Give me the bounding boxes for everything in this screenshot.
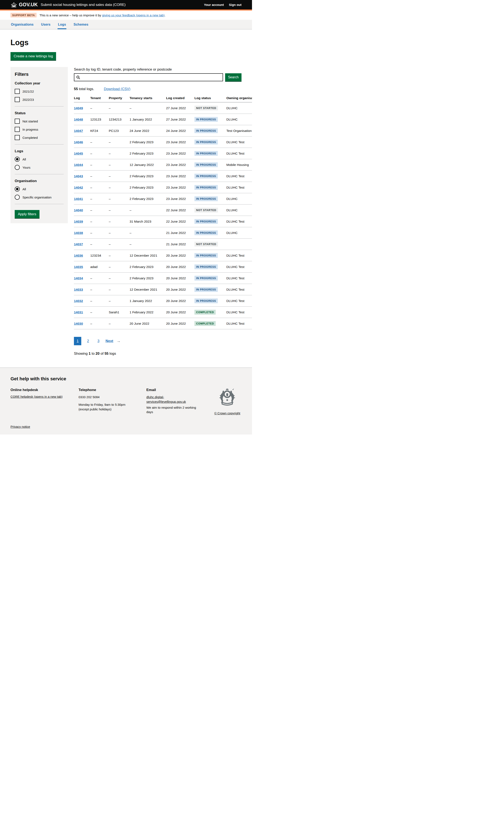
- cell-tenant: 123123: [90, 114, 109, 125]
- status-badge: In progress: [195, 151, 218, 156]
- cell-log: 14031: [74, 307, 90, 318]
- footer-telephone-heading: Telephone: [79, 388, 141, 392]
- log-id-link[interactable]: 14041: [74, 197, 83, 201]
- log-id-link[interactable]: 14042: [74, 186, 83, 189]
- checkbox-2021-22[interactable]: [15, 89, 20, 94]
- log-id-link[interactable]: 14036: [74, 254, 83, 257]
- status-badge: In progress: [195, 185, 218, 190]
- status-badge: In progress: [195, 140, 218, 144]
- cell-tenancy-starts: 2 February 2023: [129, 137, 166, 148]
- log-id-link[interactable]: 14049: [74, 106, 83, 110]
- feedback-link[interactable]: giving us your feedback (opens in a new …: [102, 14, 165, 17]
- log-id-link[interactable]: 14031: [74, 310, 83, 314]
- cell-property: –: [109, 193, 129, 205]
- radio-organisation-specific[interactable]: [15, 195, 20, 200]
- log-id-link[interactable]: 14048: [74, 118, 83, 121]
- radio-logs-yours[interactable]: [15, 165, 20, 170]
- cell-property: –: [109, 272, 129, 284]
- cell-log-created: 23 June 2022: [166, 193, 195, 205]
- cell-log-status: Not started: [195, 239, 226, 250]
- log-id-link[interactable]: 14035: [74, 265, 83, 269]
- cell-log-status: Not started: [195, 205, 226, 216]
- cell-tenancy-starts: 24 June 2022: [129, 125, 166, 137]
- nav-tab-users[interactable]: Users: [41, 20, 51, 29]
- cell-log-status: In progress: [195, 250, 226, 261]
- log-id-link[interactable]: 14044: [74, 163, 83, 166]
- primary-navigation: Organisations Users Logs Schemes: [0, 20, 252, 29]
- status-badge: In progress: [195, 287, 218, 292]
- log-id-link[interactable]: 14045: [74, 151, 83, 155]
- log-id-link[interactable]: 14040: [74, 208, 83, 212]
- cell-log-status: In progress: [195, 227, 226, 239]
- radio-logs-all[interactable]: [15, 157, 20, 162]
- log-id-link[interactable]: 14034: [74, 277, 83, 280]
- table-row: 14039––31 March 202322 June 2022In progr…: [74, 216, 252, 227]
- search-button[interactable]: Search: [225, 73, 242, 81]
- filter-option: Yours: [15, 165, 64, 170]
- checkbox-completed[interactable]: [15, 135, 20, 140]
- cell-tenancy-starts: 1 January 2022: [129, 114, 166, 125]
- pagination-page-1[interactable]: 1: [74, 337, 81, 345]
- log-id-link[interactable]: 14047: [74, 129, 83, 133]
- log-id-link[interactable]: 14046: [74, 140, 83, 144]
- pagination-next[interactable]: Next: [105, 337, 114, 345]
- cell-log-status: In progress: [195, 284, 226, 295]
- core-helpdesk-link[interactable]: CORE helpdesk (opens in a new tab): [11, 395, 63, 399]
- nav-tab-schemes[interactable]: Schemes: [73, 20, 88, 29]
- log-id-link[interactable]: 14038: [74, 231, 83, 235]
- cell-log-created: 23 June 2022: [166, 148, 195, 159]
- cell-log: 14041: [74, 193, 90, 205]
- pagination-page-3[interactable]: 3: [95, 337, 102, 345]
- log-id-link[interactable]: 14039: [74, 220, 83, 223]
- col-header-property: Property: [109, 94, 129, 102]
- nav-tab-organisations[interactable]: Organisations: [11, 20, 34, 29]
- cell-property: –: [109, 148, 129, 159]
- status-badge: Not started: [195, 106, 218, 110]
- privacy-notice-link[interactable]: Privacy notice: [11, 425, 30, 428]
- checkbox-2022-23[interactable]: [15, 97, 20, 102]
- log-id-link[interactable]: 14032: [74, 299, 83, 303]
- checkbox-not-started[interactable]: [15, 119, 20, 124]
- cell-tenant: –: [90, 148, 109, 159]
- col-header-tenancy-starts: Tenancy starts: [129, 94, 166, 102]
- cell-tenancy-starts: –: [129, 227, 166, 239]
- cell-log-created: 24 June 2022: [166, 125, 195, 137]
- govuk-logo-link[interactable]: GOV.UK: [11, 2, 38, 7]
- nav-tab-logs[interactable]: Logs: [58, 20, 66, 29]
- checkbox-in-progress[interactable]: [15, 127, 20, 132]
- email-link[interactable]: dluhc.digital-services@levellingup.gov.u…: [146, 395, 186, 403]
- create-lettings-log-button[interactable]: Create a new lettings log: [11, 52, 56, 60]
- cell-log: 14030: [74, 318, 90, 329]
- search-input[interactable]: [82, 74, 222, 81]
- log-id-link[interactable]: 14030: [74, 322, 83, 325]
- logs-results-section: Search by log ID, tenant code, property …: [74, 67, 242, 368]
- table-row: 14041––2 February 202323 June 2022In pro…: [74, 193, 252, 205]
- pagination-page-2[interactable]: 2: [84, 337, 92, 345]
- cell-log-created: 23 June 2022: [166, 159, 195, 170]
- cell-log: 14049: [74, 102, 90, 114]
- cell-property: –: [109, 205, 129, 216]
- apply-filters-button[interactable]: Apply filters: [15, 210, 39, 218]
- cell-tenant: –: [90, 307, 109, 318]
- cell-log: 14036: [74, 250, 90, 261]
- crown-copyright-link[interactable]: © Crown copyright: [214, 411, 240, 415]
- cell-tenant: –: [90, 170, 109, 182]
- log-id-link[interactable]: 14043: [74, 174, 83, 178]
- download-csv-link[interactable]: Download (CSV): [104, 87, 130, 91]
- page-title: Logs: [11, 38, 242, 47]
- cell-log-created: 27 June 2022: [166, 114, 195, 125]
- phase-banner-suffix: .: [164, 14, 165, 17]
- sign-out-link[interactable]: Sign out: [229, 3, 242, 6]
- radio-organisation-all[interactable]: [15, 186, 20, 191]
- service-name-link[interactable]: Submit social housing lettings and sales…: [41, 3, 126, 7]
- telephone-hours: Monday to Friday, 9am to 5:30pm(except p…: [79, 402, 141, 412]
- log-id-link[interactable]: 14033: [74, 288, 83, 291]
- your-account-link[interactable]: Your account: [204, 3, 224, 6]
- cell-tenant: –: [90, 318, 109, 329]
- cell-tenancy-starts: –: [129, 205, 166, 216]
- footer-email-heading: Email: [146, 388, 202, 392]
- cell-tenant: 123234: [90, 250, 109, 261]
- log-id-link[interactable]: 14037: [74, 242, 83, 246]
- cell-log-created: 23 June 2022: [166, 182, 195, 193]
- cell-owning-organisation: DLUHC Test: [226, 318, 252, 329]
